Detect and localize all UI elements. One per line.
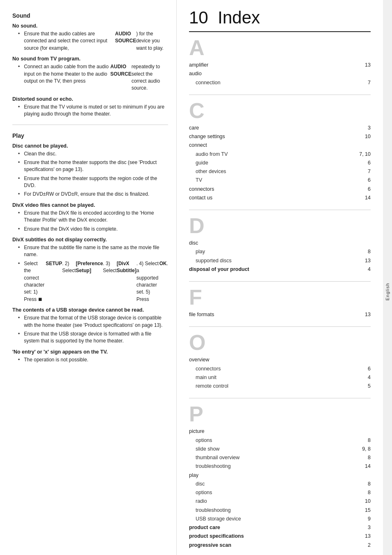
no-entry-list: The operation is not possible. [12, 356, 168, 363]
index-row: amplifier 13 [189, 61, 371, 69]
index-section-a: A amplifier 13 audio connection 7 [189, 37, 371, 87]
index-row: main unit 4 [189, 373, 371, 382]
entry-change-settings: change settings [189, 132, 358, 141]
sidebar: English [383, 0, 392, 555]
index-row: disc 8 [189, 480, 371, 488]
distorted-list: Ensure that the TV volume is muted or se… [12, 104, 168, 118]
list-item: The operation is not possible. [12, 356, 168, 363]
section-divider [189, 398, 371, 398]
list-item: Ensure that the TV volume is muted or se… [12, 104, 168, 118]
disc-cannot-list: Clean the disc. Ensure that the home the… [12, 150, 168, 198]
page-play-options: 8 [358, 488, 371, 497]
page-picture-options: 8 [358, 436, 371, 445]
usb-list: Ensure that the format of the USB storag… [12, 314, 168, 345]
entry-connection: connection [189, 79, 358, 87]
entry-play-radio: radio [189, 497, 358, 506]
no-entry-section: 'No entry' or 'x' sign appears on the TV… [12, 349, 168, 363]
letter-d: D [189, 215, 371, 236]
index-row: troubleshooting 15 [189, 506, 371, 515]
no-sound-tv-title: No sound from TV program. [12, 56, 168, 62]
entry-disc-play: play [189, 247, 358, 256]
index-row: other devices 7 [189, 167, 371, 176]
divx-video-title: DivX video files cannot be played. [12, 202, 168, 208]
letter-a: A [189, 37, 371, 58]
page-disposal: 4 [358, 265, 371, 274]
entry-disc: disc [189, 239, 358, 247]
entry-tv: TV [189, 176, 358, 185]
list-item: Ensure that the subtitle file name is th… [12, 244, 168, 259]
list-item: Clean the disc. [12, 150, 168, 157]
page-supported-discs: 13 [358, 257, 371, 265]
page-overview-connectors: 6 [358, 365, 371, 373]
usb-title: The contents of a USB storage device can… [12, 307, 168, 313]
section-divider [189, 281, 371, 282]
index-row: disc [189, 239, 371, 247]
page-audio-from-tv: 7, 10 [358, 150, 371, 159]
page-change-settings: 10 [358, 132, 371, 141]
letter-p: P [189, 403, 371, 425]
divx-subtitle-section: DivX subtitles do not display correctly.… [12, 237, 168, 303]
letter-o: O [189, 332, 371, 353]
entry-product-care: product care [189, 523, 358, 532]
index-row: connect [189, 141, 371, 150]
index-row: change settings 10 [189, 132, 371, 141]
page-play-disc: 8 [358, 480, 371, 488]
entry-play-options: options [189, 488, 358, 497]
index-row: audio [189, 69, 371, 78]
page-thumbnail: 8 [358, 453, 371, 462]
index-row: options 8 [189, 436, 371, 445]
index-chapter: 10 [189, 8, 208, 27]
page-wrapper: Sound No sound. Ensure that the audio ca… [0, 0, 392, 555]
entry-disposal: disposal of your product [189, 265, 358, 274]
index-row: file formats 13 [189, 310, 371, 319]
list-item: Ensure that the USB storage device is fo… [12, 331, 168, 345]
distorted-title: Distorted sound or echo. [12, 96, 168, 102]
index-row: overview [189, 356, 371, 364]
index-section-c: C care 3 change settings 10 connect audi… [189, 100, 371, 202]
entry-play-troubleshooting: troubleshooting [189, 506, 358, 515]
divx-video-section: DivX video files cannot be played. Ensur… [12, 202, 168, 233]
page-picture-troubleshooting: 14 [358, 462, 371, 471]
entry-supported-discs: supported discs [189, 257, 358, 265]
page-guide: 6 [358, 159, 371, 167]
entry-main-unit: main unit [189, 373, 358, 382]
entry-progressive-scan: progressive scan [189, 541, 358, 550]
page-connection: 7 [358, 79, 371, 87]
index-row: progressive scan 2 [189, 541, 371, 550]
entry-play: play [189, 471, 358, 480]
index-row: radio 10 [189, 497, 371, 506]
no-sound-tv-section: No sound from TV program. Connect an aud… [12, 56, 168, 92]
page-amplifier: 13 [358, 61, 371, 69]
no-entry-title: 'No entry' or 'x' sign appears on the TV… [12, 349, 168, 355]
index-row: play [189, 471, 371, 480]
index-row: product specifications 13 [189, 532, 371, 541]
entry-connect: connect [189, 141, 358, 150]
index-section-o: O overview connectors 6 main unit 4 remo… [189, 332, 371, 391]
page-main-unit: 4 [358, 373, 371, 382]
page-progressive-scan: 2 [358, 541, 371, 550]
page-other-devices: 7 [358, 167, 371, 176]
list-item: Ensure that the DivX file is encoded acc… [12, 210, 168, 224]
entry-contact-us: contact us [189, 194, 358, 202]
page-slide-show: 9, 8 [358, 445, 371, 453]
sidebar-label: English [385, 283, 390, 301]
entry-product-specs: product specifications [189, 532, 358, 541]
page-usb-storage: 9 [358, 515, 371, 523]
page-product-specs: 13 [358, 532, 371, 541]
entry-file-formats: file formats [189, 310, 358, 319]
divx-subtitle-list: Ensure that the subtitle file name is th… [12, 244, 168, 303]
list-item: Ensure that the format of the USB storag… [12, 314, 168, 329]
entry-thumbnail: thumbnail overview [189, 453, 358, 462]
index-row: TV 6 [189, 176, 371, 185]
page-care: 3 [358, 124, 371, 132]
index-title: 10 Index [189, 8, 371, 27]
left-column: Sound No sound. Ensure that the audio ca… [0, 0, 177, 555]
entry-overview-connectors: connectors [189, 365, 358, 373]
no-sound-title: No sound. [12, 23, 168, 29]
page-connectors: 6 [358, 185, 371, 194]
entry-connectors: connectors [189, 185, 358, 194]
divx-video-list: Ensure that the DivX file is encoded acc… [12, 210, 168, 233]
list-item: Select the correct character set: 1) Pre… [12, 260, 168, 303]
index-row: connectors 6 [189, 365, 371, 373]
index-row: thumbnail overview 8 [189, 453, 371, 462]
